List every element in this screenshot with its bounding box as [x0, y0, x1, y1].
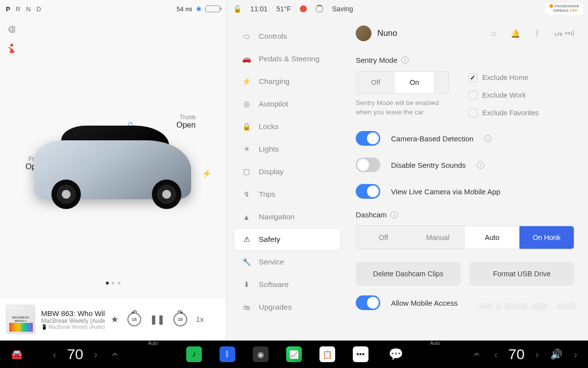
temp-down-left[interactable]: ‹ [49, 349, 60, 360]
avatar[interactable] [356, 26, 371, 41]
sentry-heading: Sentry Modei [356, 56, 574, 64]
range-value: 54 mi [176, 5, 192, 13]
gear-selector: P R N D [6, 5, 43, 13]
battery-icon [205, 5, 220, 12]
bluetooth-icon[interactable]: ᛒ [535, 29, 540, 38]
sentry-off-button[interactable]: Off [356, 72, 395, 93]
toggle-switch[interactable] [356, 184, 380, 199]
format-usb-button[interactable]: Format USB Drive [469, 262, 574, 286]
temp-up-left[interactable]: › [90, 349, 101, 360]
nav-item-safety[interactable]: ⚠Safety [234, 229, 340, 250]
nav-item-controls[interactable]: ⬭Controls [234, 26, 340, 47]
nav-item-service[interactable]: 🔧Service [234, 251, 340, 273]
checkbox[interactable] [468, 91, 477, 100]
volume-up[interactable]: › [570, 349, 581, 360]
car-visualization[interactable]: Frunk Open Trunk Open 🔓 ⚡ [0, 18, 226, 341]
unlock-icon[interactable]: 🔓 [233, 5, 242, 13]
checkbox[interactable]: ✓ [468, 73, 477, 82]
nav-item-navigation[interactable]: ▲Navigation [234, 206, 340, 228]
temp-right[interactable]: 70 [505, 346, 527, 363]
media-player[interactable]: MACBREAK WEEKLY MBW 863: Who Will S MacB… [0, 297, 226, 341]
more-apps-icon[interactable]: ••• [353, 346, 368, 362]
charge-bolt-icon: ⚡ [202, 169, 212, 178]
seat-heat-right-icon[interactable]: 𝄐 [467, 344, 487, 364]
spotify-icon[interactable]: ♪ [186, 346, 202, 362]
favorite-icon[interactable]: ★ [111, 314, 119, 325]
track-title: MBW 863: Who Will S [41, 309, 105, 317]
skip-back-button[interactable]: 15 [127, 313, 141, 326]
toggle-row[interactable]: Disable Sentry Sounds i [356, 158, 574, 172]
car-icon[interactable]: 🚘 [7, 344, 26, 364]
nav-item-software[interactable]: ⬇Software [234, 274, 340, 295]
outside-temp: 51°F [276, 5, 291, 13]
info-icon[interactable]: i [477, 161, 484, 169]
sentry-hint: Sentry Mode will be enabled when you lea… [356, 99, 449, 117]
nav-item-charging[interactable]: ⚡Charging [234, 71, 340, 92]
info-icon[interactable]: i [484, 135, 491, 142]
notes-app-icon[interactable]: 📋 [319, 346, 335, 362]
nav-item-trips[interactable]: ↯Trips [234, 184, 340, 205]
stocks-app-icon[interactable]: 📈 [286, 346, 302, 362]
skip-forward-button[interactable]: 15 [173, 313, 187, 326]
toggle-switch[interactable] [356, 131, 380, 146]
play-pause-button[interactable]: ❚❚ [150, 314, 165, 325]
nav-icon: ◎ [242, 100, 251, 108]
nav-icon: ⚠ [242, 235, 251, 244]
dashcam-app-icon[interactable]: ◉ [253, 346, 269, 362]
toggle-switch[interactable] [356, 158, 380, 172]
album-art: MACBREAK WEEKLY [6, 305, 35, 334]
nav-icon: 🔒 [242, 122, 251, 131]
temp-left[interactable]: 70 [64, 346, 86, 363]
home-icon[interactable]: ⌂ [491, 29, 496, 38]
nav-item-pedals-steering[interactable]: 🚗Pedals & Steering [234, 48, 340, 70]
nav-icon: ⬇ [242, 280, 251, 289]
exclude-check[interactable]: Exclude Work [468, 91, 539, 100]
watermark: not a tesla app . com [478, 301, 576, 311]
temp-down-right[interactable]: ‹ [490, 349, 502, 360]
dashcam-option[interactable]: Manual [411, 226, 465, 249]
clock: 11:01 [250, 5, 268, 13]
bell-icon[interactable]: 🔔 [511, 29, 520, 38]
toggle-switch[interactable] [356, 295, 380, 310]
nav-icon: ⬭ [242, 32, 251, 41]
seat-heat-left-icon[interactable]: 𝄐 [105, 344, 125, 364]
dashcam-option[interactable]: Off [356, 226, 411, 249]
messages-icon[interactable]: 💬 [386, 344, 406, 364]
nav-icon: ↯ [242, 190, 251, 199]
checkbox[interactable] [468, 108, 477, 117]
volume-icon[interactable]: 🔊 [546, 344, 566, 364]
delete-clips-button[interactable]: Delete Dashcam Clips [356, 262, 461, 286]
info-icon[interactable]: i [401, 56, 409, 64]
nav-icon: 🛍 [242, 303, 251, 312]
nav-item-autopilot[interactable]: ◎Autopilot [234, 93, 340, 115]
profile-name[interactable]: Nuno [377, 28, 397, 38]
nav-item-display[interactable]: ▢Display [234, 161, 340, 183]
spinner-icon [316, 5, 323, 13]
temp-up-right[interactable]: › [532, 349, 543, 360]
dashcam-heading: Dashcami [356, 210, 574, 219]
airbag-badge: 🔶 PASSENGER AIRBAG OFF [545, 3, 583, 15]
playback-rate[interactable]: 1x [196, 315, 204, 323]
nav-item-upgrades[interactable]: 🛍Upgrades [234, 296, 340, 318]
nav-item-lights[interactable]: ☀Lights [234, 138, 340, 160]
dashcam-mode-selector[interactable]: OffManualAutoOn Honk [356, 226, 574, 249]
car-render [24, 116, 201, 214]
dashcam-option[interactable]: On Honk [519, 226, 574, 249]
page-dots[interactable] [0, 278, 226, 287]
toggle-row[interactable]: View Live Camera via Mobile App [356, 184, 574, 199]
dashcam-option[interactable]: Auto [465, 226, 519, 249]
right-status-bar: 🔓 11:01 51°F Saving [226, 0, 588, 18]
bottom-dock[interactable]: 🚘 ‹ 70 › Auto 𝄐 ♪ ᛒ ◉ 📈 📋 ••• 💬 𝄐 Auto ‹… [0, 341, 588, 368]
sentry-mode-toggle[interactable]: Off On [356, 71, 449, 94]
nav-icon: 🚗 [242, 54, 251, 63]
track-artist: MacBreak Weekly (Audio) [41, 317, 105, 324]
info-icon[interactable]: i [391, 211, 398, 218]
nav-item-locks[interactable]: 🔒Locks [234, 116, 340, 137]
bluetooth-app-icon[interactable]: ᛒ [220, 346, 235, 362]
toggle-row[interactable]: Camera-Based Detection i [356, 131, 574, 146]
exclude-check[interactable]: ✓Exclude Home [468, 73, 539, 82]
exclude-check[interactable]: Exclude Favorites [468, 108, 539, 117]
signal-icon[interactable]: LTE ••ıl [555, 29, 574, 38]
sentry-on-button[interactable]: On [395, 72, 434, 93]
record-icon [300, 5, 307, 12]
